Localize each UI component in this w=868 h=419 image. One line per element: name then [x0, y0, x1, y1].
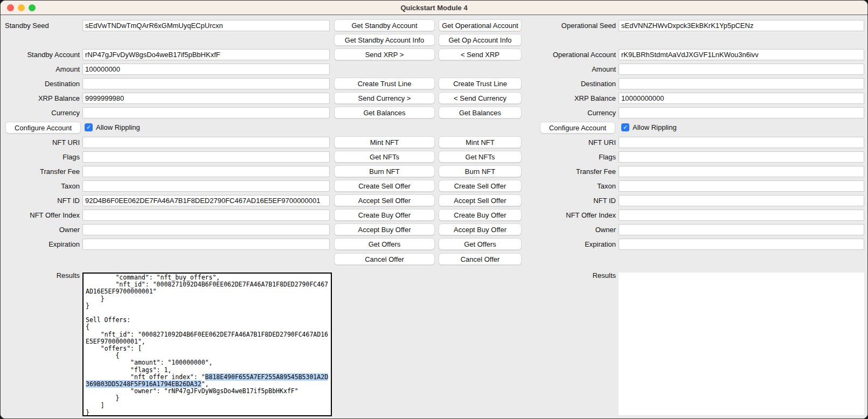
standby-get-nfts-button[interactable]: Get NFTs — [334, 151, 435, 163]
operational-currency-label: Currency — [515, 107, 616, 118]
operational-xrp-balance-input[interactable] — [619, 93, 864, 104]
op-mint-nft-button[interactable]: Mint NFT — [439, 136, 522, 148]
standby-nft-uri-input[interactable] — [82, 137, 330, 148]
op-burn-nft-button[interactable]: Burn NFT — [439, 165, 522, 177]
op-create-sell-offer-button[interactable]: Create Sell Offer — [439, 180, 522, 192]
send-xrp-to-operational-button[interactable]: Send XRP > — [334, 48, 435, 60]
operational-flags-input[interactable] — [619, 151, 864, 163]
standby-accept-sell-offer-button[interactable]: Accept Sell Offer — [334, 194, 435, 206]
operational-seed-label: Operational Seed — [515, 20, 616, 31]
operational-expiration-input[interactable] — [619, 239, 864, 250]
operational-nft-offer-index-input[interactable] — [619, 210, 864, 221]
standby-nft-uri-label: NFT URI — [1, 137, 80, 148]
standby-get-offers-button[interactable]: Get Offers — [334, 238, 435, 250]
operational-transfer-fee-input[interactable] — [619, 166, 864, 177]
operational-owner-input[interactable] — [619, 224, 864, 235]
operational-flags-label: Flags — [515, 151, 616, 163]
operational-seed-input[interactable] — [619, 20, 864, 31]
operational-results-text — [619, 273, 864, 273]
standby-amount-input[interactable] — [82, 64, 330, 75]
operational-amount-input[interactable] — [619, 64, 864, 75]
op-create-trust-line-button[interactable]: Create Trust Line — [439, 78, 522, 89]
operational-destination-input[interactable] — [619, 78, 864, 89]
operational-transfer-fee-label: Transfer Fee — [515, 166, 616, 177]
operational-nft-id-label: NFT ID — [515, 195, 616, 206]
op-accept-sell-offer-button[interactable]: Accept Sell Offer — [439, 194, 522, 206]
operational-nft-offer-index-label: NFT Offer Index — [515, 210, 616, 221]
app-window: Quickstart Module 4 Standby Seed Standby… — [0, 0, 868, 419]
standby-currency-label: Currency — [1, 107, 80, 118]
operational-expiration-label: Expiration — [515, 239, 616, 250]
operational-amount-label: Amount — [515, 64, 616, 75]
standby-nft-offer-index-input[interactable] — [82, 210, 330, 221]
operational-currency-input[interactable] — [619, 107, 864, 118]
op-create-buy-offer-button[interactable]: Create Buy Offer — [439, 209, 522, 221]
get-standby-account-info-button[interactable]: Get Standby Account Info — [334, 34, 435, 46]
standby-seed-label: Standby Seed — [1, 20, 80, 31]
standby-nft-id-input[interactable] — [82, 195, 330, 206]
operational-account-input[interactable] — [619, 49, 864, 60]
get-op-account-info-button[interactable]: Get Op Account Info — [439, 34, 522, 46]
standby-amount-label: Amount — [1, 64, 80, 75]
operational-results-label: Results — [515, 270, 616, 281]
operational-account-label: Operational Account — [515, 49, 616, 60]
standby-cancel-offer-button[interactable]: Cancel Offer — [334, 253, 435, 265]
standby-burn-nft-button[interactable]: Burn NFT — [334, 165, 435, 177]
operational-taxon-label: Taxon — [515, 180, 616, 192]
operational-allow-rippling-checkbox[interactable]: ✓ — [621, 123, 629, 131]
standby-create-trust-line-button[interactable]: Create Trust Line — [334, 78, 435, 89]
standby-nft-id-label: NFT ID — [1, 195, 80, 206]
standby-expiration-input[interactable] — [82, 239, 330, 250]
standby-results-text: "command": "nft_buy_offers", "nft_id": "… — [84, 274, 331, 416]
standby-expiration-label: Expiration — [1, 239, 80, 250]
op-accept-buy-offer-button[interactable]: Accept Buy Offer — [439, 224, 522, 235]
get-standby-account-button[interactable]: Get Standby Account — [334, 19, 435, 31]
send-currency-to-standby-button[interactable]: < Send Currency — [439, 92, 522, 104]
standby-flags-input[interactable] — [82, 151, 330, 163]
standby-configure-account-button[interactable]: Configure Account — [5, 122, 81, 134]
standby-get-balances-button[interactable]: Get Balances — [334, 107, 435, 118]
op-cancel-offer-button[interactable]: Cancel Offer — [439, 253, 522, 265]
get-operational-account-button[interactable]: Get Operational Account — [439, 19, 522, 31]
standby-taxon-label: Taxon — [1, 180, 80, 192]
op-get-offers-button[interactable]: Get Offers — [439, 238, 522, 250]
standby-destination-input[interactable] — [82, 78, 330, 89]
standby-nft-offer-index-label: NFT Offer Index — [1, 210, 80, 221]
operational-taxon-input[interactable] — [619, 180, 864, 192]
standby-owner-input[interactable] — [82, 224, 330, 235]
standby-transfer-fee-input[interactable] — [82, 166, 330, 177]
window-title: Quickstart Module 4 — [1, 1, 867, 15]
send-currency-to-operational-button[interactable]: Send Currency > — [334, 92, 435, 104]
standby-results-textarea[interactable]: "command": "nft_buy_offers", "nft_id": "… — [82, 273, 332, 416]
standby-accept-buy-offer-button[interactable]: Accept Buy Offer — [334, 224, 435, 235]
standby-create-buy-offer-button[interactable]: Create Buy Offer — [334, 209, 435, 221]
standby-allow-rippling-label: Allow Rippling — [96, 122, 140, 133]
standby-seed-input[interactable] — [82, 20, 330, 31]
standby-flags-label: Flags — [1, 151, 80, 163]
standby-currency-input[interactable] — [82, 107, 330, 118]
standby-results-label: Results — [1, 270, 80, 281]
op-get-balances-button[interactable]: Get Balances — [439, 107, 522, 118]
operational-destination-label: Destination — [515, 78, 616, 89]
operational-results-textarea[interactable] — [619, 273, 864, 415]
main-content: Standby Seed Standby Account Amount Dest… — [1, 16, 867, 418]
standby-allow-rippling-checkbox[interactable]: ✓ — [85, 123, 93, 131]
standby-transfer-fee-label: Transfer Fee — [1, 166, 80, 177]
send-xrp-to-standby-button[interactable]: < Send XRP — [439, 48, 522, 60]
standby-xrp-balance-input[interactable] — [82, 93, 330, 104]
operational-allow-rippling-label: Allow Rippling — [633, 122, 677, 133]
standby-account-input[interactable] — [82, 49, 330, 60]
operational-configure-account-button[interactable]: Configure Account — [540, 122, 615, 134]
operational-nft-uri-input[interactable] — [619, 137, 864, 148]
standby-mint-nft-button[interactable]: Mint NFT — [334, 136, 435, 148]
operational-nft-id-input[interactable] — [619, 195, 864, 206]
op-get-nfts-button[interactable]: Get NFTs — [439, 151, 522, 163]
operational-nft-uri-label: NFT URI — [515, 137, 616, 148]
titlebar: Quickstart Module 4 — [1, 1, 867, 15]
standby-xrp-balance-label: XRP Balance — [1, 93, 80, 104]
operational-xrp-balance-label: XRP Balance — [515, 93, 616, 104]
standby-destination-label: Destination — [1, 78, 80, 89]
standby-account-label: Standby Account — [1, 49, 80, 60]
standby-create-sell-offer-button[interactable]: Create Sell Offer — [334, 180, 435, 192]
standby-taxon-input[interactable] — [82, 180, 330, 192]
